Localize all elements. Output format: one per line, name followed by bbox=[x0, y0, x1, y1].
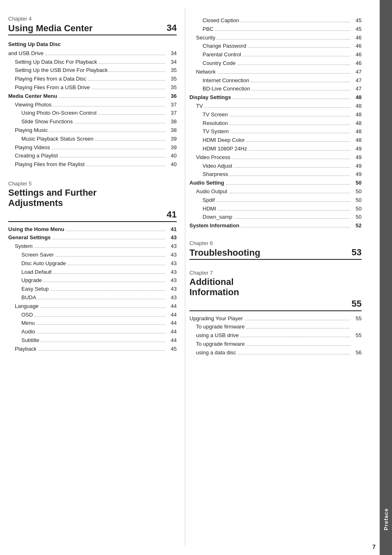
toc-page: 46 bbox=[352, 42, 362, 51]
toc-page: 34 bbox=[167, 58, 177, 67]
toc-page: 44 bbox=[167, 319, 177, 328]
toc-page: 43 bbox=[167, 294, 177, 302]
toc-page: 34 bbox=[167, 49, 177, 58]
toc-dots bbox=[95, 140, 165, 141]
toc-entry: Sharpness 49 bbox=[189, 170, 362, 179]
toc-page: 38 bbox=[167, 118, 177, 126]
toc-page: 35 bbox=[167, 83, 177, 92]
toc-page: 48 bbox=[352, 111, 362, 119]
toc-entry: Change Password 46 bbox=[189, 42, 362, 51]
toc-title: Playing Music bbox=[15, 126, 48, 135]
toc-dots bbox=[240, 337, 350, 337]
toc-page: 46 bbox=[352, 59, 362, 68]
toc-title: Change Password bbox=[203, 42, 246, 51]
toc-entry: System Information 52 bbox=[189, 222, 362, 230]
toc-page: 44 bbox=[167, 302, 177, 311]
toc-entry: Down_samp 50 bbox=[189, 213, 362, 222]
toc-title: Slide Show Functions bbox=[21, 118, 73, 126]
toc-entry: Closed Caption 45 bbox=[189, 16, 362, 25]
toc-dots bbox=[66, 231, 165, 231]
toc-title: Menu bbox=[21, 319, 35, 328]
toc-entry: TV Screen 48 bbox=[189, 111, 362, 119]
toc-entry: Screen Saver 43 bbox=[8, 251, 177, 259]
toc-entry: Setting Up Data Disc bbox=[8, 39, 177, 49]
toc-page: 43 bbox=[167, 234, 177, 242]
toc-dots bbox=[52, 239, 165, 239]
toc-entry: Media Center Menu 36 bbox=[8, 92, 177, 101]
toc-dots bbox=[51, 290, 166, 291]
toc-page: 43 bbox=[167, 259, 177, 268]
toc-title: Closed Caption bbox=[203, 16, 239, 25]
toc-title: Easy Setup bbox=[21, 285, 49, 294]
toc-page: 43 bbox=[167, 276, 177, 285]
toc-dots bbox=[53, 273, 165, 274]
toc-title: Playing Files from a Data Disc bbox=[15, 75, 86, 83]
chapter-6-block: Chapter 6 Troubleshooting 53 bbox=[189, 240, 362, 260]
toc-title: Setting Up Data Disc bbox=[8, 40, 61, 49]
toc-entry: Setting Up the USB Drive For Playback 35 bbox=[8, 66, 177, 75]
toc-page: 47 bbox=[352, 76, 362, 85]
toc-title: Security bbox=[196, 34, 215, 42]
toc-dots bbox=[86, 166, 165, 166]
toc-entry: Easy Setup 43 bbox=[8, 285, 177, 294]
chapter-4-number: 34 bbox=[167, 23, 177, 33]
toc-page: 39 bbox=[167, 135, 177, 143]
toc-entry: TV System 48 bbox=[189, 127, 362, 136]
toc-dots bbox=[34, 247, 165, 248]
toc-title: Music Playback Status Screen bbox=[21, 135, 94, 143]
toc-dots bbox=[49, 132, 165, 132]
toc-dots bbox=[38, 350, 165, 351]
toc-title: Display Settings bbox=[189, 93, 231, 102]
toc-entry: BD-Live Connection 47 bbox=[189, 85, 362, 93]
toc-entry: Playing Files from a Data Disc 35 bbox=[8, 75, 177, 83]
toc-page: 45 bbox=[352, 16, 362, 25]
toc-page: 50 bbox=[352, 179, 362, 187]
toc-page: 48 bbox=[352, 136, 362, 145]
toc-title: Country Code bbox=[203, 59, 235, 68]
toc-dots bbox=[244, 320, 350, 320]
toc-entry: Video Adjust 49 bbox=[189, 162, 362, 171]
toc-entry: Using Photo On-Screen Control 37 bbox=[8, 109, 177, 118]
toc-title: Subtitle bbox=[21, 336, 39, 345]
chapter-6-label: Chapter 6 bbox=[189, 240, 362, 246]
toc-dots bbox=[60, 157, 165, 157]
left-column: Chapter 4 Using Media Center 34 Setting … bbox=[8, 8, 185, 547]
toc-dots bbox=[52, 149, 165, 149]
toc-title: Using Photo On-Screen Control bbox=[21, 109, 97, 118]
toc-page: 50 bbox=[352, 205, 362, 213]
toc-entry: Country Code 46 bbox=[189, 59, 362, 68]
toc-dots bbox=[232, 159, 350, 159]
toc-entry: HDMI Deep Color 48 bbox=[189, 136, 362, 145]
toc-title: Using the Home Menu bbox=[8, 225, 65, 234]
toc-title: To upgrade firmware bbox=[196, 340, 245, 349]
toc-entry: Viewing Photos 37 bbox=[8, 101, 177, 109]
toc-entry: Audio Setting 50 bbox=[189, 179, 362, 187]
toc-entry: Parental Control 46 bbox=[189, 51, 362, 59]
toc-title: Language bbox=[15, 302, 39, 311]
toc-page: 50 bbox=[352, 213, 362, 222]
toc-entry: Disc Auto Upgrade 43 bbox=[8, 259, 177, 268]
chapter-4-title: Using Media Center bbox=[8, 23, 92, 33]
toc-entry: Playing Files From a USB Drive 35 bbox=[8, 83, 177, 92]
toc-entry: BUDA 43 bbox=[8, 294, 177, 302]
toc-dots bbox=[237, 65, 350, 65]
toc-entry: Video Process 49 bbox=[189, 153, 362, 162]
toc-dots bbox=[218, 210, 350, 210]
toc-title: Audio Output bbox=[196, 187, 227, 196]
toc-dots bbox=[229, 193, 350, 193]
toc-page: 48 bbox=[352, 127, 362, 136]
toc-dots bbox=[99, 63, 165, 64]
toc-title: Upgrade bbox=[21, 276, 42, 285]
toc-dots bbox=[109, 72, 165, 72]
toc-entry: Playing Videos 39 bbox=[8, 143, 177, 152]
toc-title: Audio bbox=[21, 328, 35, 336]
toc-title: Video Adjust bbox=[203, 162, 232, 171]
toc-page: 44 bbox=[167, 336, 177, 345]
toc-entry: Load Default 43 bbox=[8, 268, 177, 277]
toc-dots bbox=[251, 82, 350, 82]
toc-page: 35 bbox=[167, 75, 177, 83]
toc-entry: Upgrade 43 bbox=[8, 276, 177, 285]
toc-dots bbox=[45, 55, 165, 55]
toc-page: 50 bbox=[352, 187, 362, 196]
toc-entry: Using the Home Menu 41 bbox=[8, 225, 177, 234]
